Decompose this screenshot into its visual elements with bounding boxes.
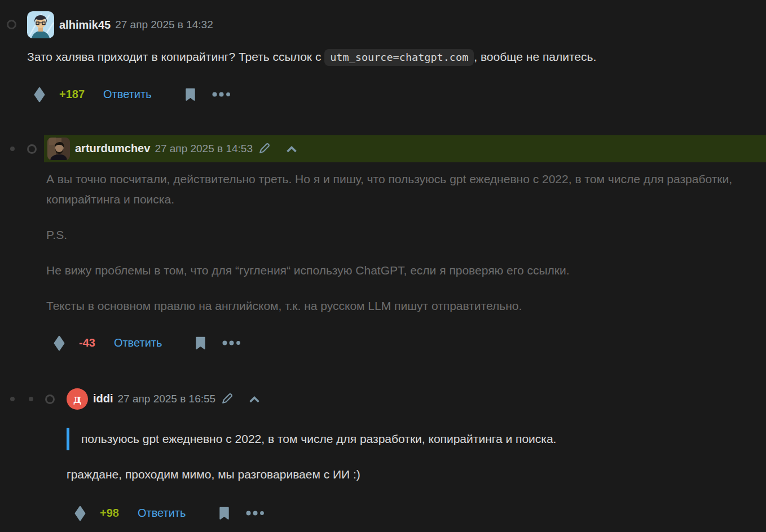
inline-code: utm_source=chatgpt.com — [324, 49, 474, 66]
more-options-icon[interactable] — [212, 92, 231, 97]
comment: arturdumchev 27 апр 2025 в 14:53 А вы то… — [0, 135, 766, 351]
comment-paragraph: Не вижу проблемы в том, что для “гуглени… — [46, 260, 749, 281]
comment: alhimik45 27 апр 2025 в 14:32 Зато халяв… — [0, 0, 766, 103]
comments-section: alhimik45 27 апр 2025 в 14:32 Зато халяв… — [0, 0, 766, 521]
comment-header-highlighted: arturdumchev 27 апр 2025 в 14:53 — [44, 135, 766, 162]
comment-body: Зато халява приходит в копирайтинг? Трет… — [27, 48, 755, 66]
comment-score: +187 — [59, 88, 85, 101]
comment-author[interactable]: iddi — [93, 392, 113, 405]
comment-author[interactable]: arturdumchev — [75, 142, 150, 155]
quote-block: пользуюсь gpt ежедневно с 2022, в том чи… — [67, 428, 749, 450]
more-options-icon[interactable] — [246, 511, 265, 516]
reply-button[interactable]: Ответить — [103, 88, 152, 101]
comment: д iddi 27 апр 2025 в 16:55 пользуюсь gpt… — [0, 388, 766, 521]
comment-footer: +98 Ответить — [74, 506, 766, 521]
avatar-image — [47, 138, 70, 160]
comment-timestamp[interactable]: 27 апр 2025 в 16:55 — [118, 393, 216, 405]
comment-paragraph: граждане, проходим мимо, мы разговаривае… — [67, 466, 749, 483]
avatar[interactable]: д — [67, 388, 88, 410]
comment-header: д iddi 27 апр 2025 в 16:55 — [67, 388, 766, 410]
thread-level-dot-icon — [29, 397, 33, 401]
avatar-letter: д — [73, 392, 81, 406]
bookmark-icon[interactable] — [185, 88, 196, 101]
comment-text: Зато халява приходит в копирайтинг? Трет… — [27, 50, 324, 63]
more-options-icon[interactable] — [222, 340, 241, 345]
reply-button[interactable]: Ответить — [138, 507, 186, 520]
thread-collapse-circle-icon[interactable] — [7, 20, 16, 29]
comment-header: alhimik45 27 апр 2025 в 14:32 — [27, 11, 766, 38]
comment-paragraph: А вы точно посчитали, действительно трет… — [46, 169, 749, 210]
comment-paragraph: P.S. — [46, 225, 749, 245]
thread-level-dot-icon — [10, 397, 15, 401]
karma-diamond-icon[interactable] — [34, 87, 45, 103]
thread-level-dot-icon — [10, 147, 15, 151]
avatar[interactable] — [27, 11, 54, 38]
thread-collapse-circle-icon[interactable] — [27, 144, 37, 154]
comment-footer: -43 Ответить — [54, 335, 766, 351]
bookmark-icon[interactable] — [195, 336, 206, 350]
pencil-icon[interactable] — [221, 392, 234, 405]
karma-diamond-icon[interactable] — [54, 335, 65, 351]
avatar[interactable] — [47, 138, 70, 160]
comment-score: -43 — [79, 336, 95, 349]
comment-text: , вообще не палитесь. — [474, 50, 596, 63]
comment-paragraph: Тексты в основном правлю на английском, … — [46, 296, 749, 316]
comment-timestamp[interactable]: 27 апр 2025 в 14:53 — [155, 143, 253, 155]
chevron-up-icon[interactable] — [286, 145, 297, 153]
pencil-icon[interactable] — [258, 142, 271, 155]
karma-diamond-icon[interactable] — [74, 506, 86, 521]
avatar-image — [27, 11, 54, 38]
chevron-up-icon[interactable] — [249, 396, 260, 403]
comment-timestamp[interactable]: 27 апр 2025 в 14:32 — [115, 19, 213, 31]
bookmark-icon[interactable] — [219, 507, 230, 520]
comment-author[interactable]: alhimik45 — [59, 19, 111, 32]
comment-footer: +187 Ответить — [34, 87, 766, 103]
comment-score: +98 — [100, 507, 119, 520]
reply-button[interactable]: Ответить — [114, 336, 162, 349]
comment-body: А вы точно посчитали, действительно трет… — [46, 169, 749, 316]
thread-collapse-circle-icon[interactable] — [45, 394, 55, 404]
